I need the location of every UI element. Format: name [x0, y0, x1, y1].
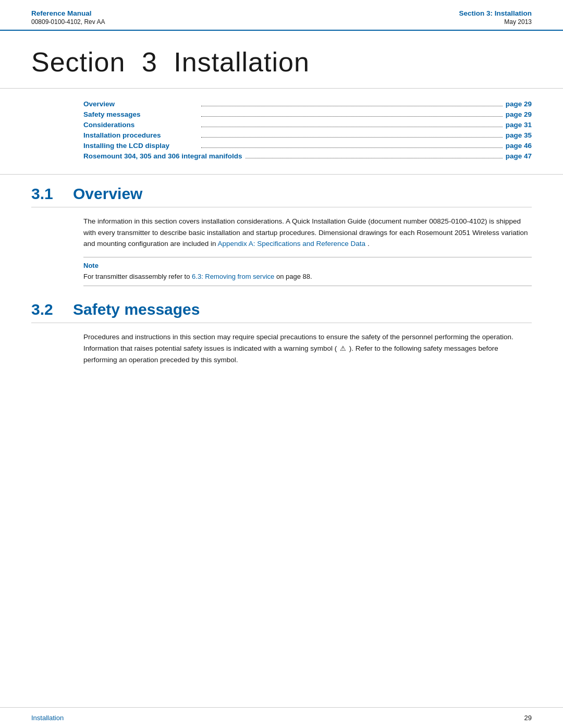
footer-section-name: Installation — [31, 714, 64, 722]
content-area: 3.1 Overview The information in this sec… — [0, 175, 563, 707]
section-title: Section 3 Installation — [31, 46, 532, 78]
subsection-32-title: Safety messages — [73, 301, 200, 318]
subsection-31-num: 3.1 — [31, 185, 73, 203]
toc-page-6: page 47 — [506, 152, 532, 160]
toc-item: Installing the LCD display page 46 — [83, 142, 532, 150]
toc-page-5: page 46 — [506, 142, 532, 150]
header-left: Reference Manual 00809-0100-4102, Rev AA — [31, 9, 105, 26]
subsection-32-body: Procedures and instructions in this sect… — [83, 331, 532, 365]
note-text-mid: on page 88 — [276, 273, 310, 280]
toc-dots-6 — [246, 158, 503, 158]
toc-dots-4 — [201, 137, 503, 138]
note-text-suffix: . — [310, 273, 312, 280]
toc-page-3: page 31 — [506, 121, 532, 129]
toc-item: Considerations page 31 — [83, 121, 532, 129]
toc-title-safety[interactable]: Safety messages — [83, 110, 198, 118]
page-footer: Installation 29 — [0, 707, 563, 728]
section-title-area: Section 3 Installation — [0, 31, 563, 89]
page-header: Reference Manual 00809-0100-4102, Rev AA… — [0, 0, 563, 31]
toc-item: Overview page 29 — [83, 100, 532, 108]
toc-page-1: page 29 — [506, 100, 532, 108]
toc-title-overview[interactable]: Overview — [83, 100, 198, 108]
subsection-32-heading: 3.2 Safety messages — [31, 301, 532, 323]
toc-item: Rosemount 304, 305 and 306 integral mani… — [83, 152, 532, 160]
note-text: For transmitter disassembly refer to 6.3… — [83, 272, 532, 282]
toc-title-lcd[interactable]: Installing the LCD display — [83, 142, 198, 150]
section-name: Installation — [174, 47, 310, 77]
subsection-32-num: 3.2 — [31, 301, 73, 318]
toc-title-installation-procedures[interactable]: Installation procedures — [83, 131, 198, 139]
toc-container: Overview page 29 Safety messages page 29… — [0, 89, 563, 175]
doc-number: 00809-0100-4102, Rev AA — [31, 18, 105, 26]
toc-title-considerations[interactable]: Considerations — [83, 121, 198, 129]
removing-service-link[interactable]: 6.3: Removing from service — [192, 273, 274, 280]
toc-page-4: page 35 — [506, 131, 532, 139]
subsection-31: 3.1 Overview The information in this sec… — [31, 185, 532, 286]
warning-symbol: ⚠ — [340, 344, 346, 352]
subsection-31-heading: 3.1 Overview — [31, 185, 532, 207]
toc-item: Installation procedures page 35 — [83, 131, 532, 139]
toc-item: Safety messages page 29 — [83, 110, 532, 118]
note-label: Note — [83, 262, 532, 269]
manual-title: Reference Manual — [31, 9, 105, 17]
toc-title-rosemount[interactable]: Rosemount 304, 305 and 306 integral mani… — [83, 152, 242, 160]
subsection-31-body: The information in this section covers i… — [83, 216, 532, 250]
subsection-32: 3.2 Safety messages Procedures and instr… — [31, 301, 532, 365]
footer-page-number: 29 — [524, 714, 532, 722]
header-date: May 2013 — [459, 18, 532, 26]
page-container: Reference Manual 00809-0100-4102, Rev AA… — [0, 0, 563, 728]
section-number: 3 — [142, 47, 157, 77]
header-right: Section 3: Installation May 2013 — [459, 9, 532, 26]
toc-dots-2 — [201, 116, 503, 117]
appendix-a-link[interactable]: Appendix A: Specifications and Reference… — [217, 240, 365, 248]
toc-dots-5 — [201, 147, 503, 148]
toc-page-2: page 29 — [506, 110, 532, 118]
note-box-31: Note For transmitter disassembly refer t… — [83, 257, 532, 287]
section-header-title: Section 3: Installation — [459, 9, 532, 17]
subsection-31-title: Overview — [73, 185, 142, 203]
note-text-prefix: For transmitter disassembly refer to — [83, 273, 190, 280]
toc-dots-3 — [201, 127, 503, 127]
section-word: Section — [31, 47, 125, 77]
body-text-31-suffix: . — [368, 240, 370, 248]
toc-dots-1 — [201, 106, 503, 106]
